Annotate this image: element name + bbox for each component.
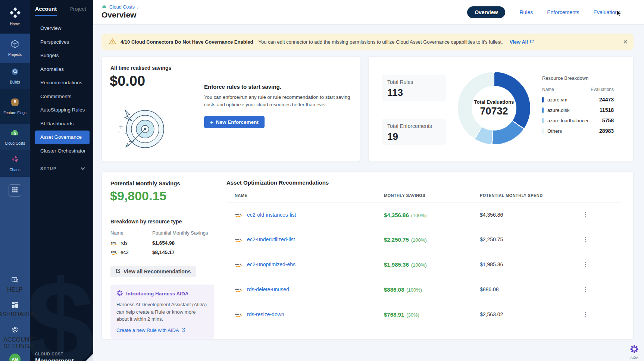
savings-label: All time realised savings bbox=[110, 65, 171, 71]
rail-item-projects[interactable]: Projects bbox=[0, 34, 30, 63]
sidebar-footer: CLOUD COST Management bbox=[35, 352, 74, 361]
breadcrumb: Cloud Costs › bbox=[101, 4, 138, 10]
module-browser-button[interactable] bbox=[9, 184, 21, 197]
sidebar-item-perspectives[interactable]: Perspectives bbox=[30, 35, 93, 49]
svg-text:aws: aws bbox=[235, 213, 241, 216]
rule-link[interactable]: rds-delete-unused bbox=[247, 286, 289, 292]
cta-body: You can enforce/run any rule or rule rec… bbox=[204, 94, 353, 109]
view-all-recommendations-button[interactable]: View all Recommendations bbox=[110, 266, 196, 277]
banner-message: You can edit connector to add the missin… bbox=[258, 39, 503, 45]
new-enforcement-button[interactable]: New Enforcement bbox=[204, 116, 265, 128]
total-rules-stat: Total Rules 113 bbox=[382, 75, 446, 101]
tab-evaluations[interactable]: Evaluations bbox=[594, 9, 620, 15]
rule-link[interactable]: ec2-underutilized-list bbox=[247, 236, 295, 242]
tab-enforcements[interactable]: Enforcements bbox=[547, 9, 579, 15]
page-content: 4/10 Cloud Connectors Do Not Have Govern… bbox=[93, 25, 644, 361]
dollar-watermark: $ bbox=[30, 253, 93, 361]
rail-label: Chaos bbox=[10, 168, 21, 172]
rail-label: Cloud Costs bbox=[5, 141, 25, 146]
legend-header-value: Evaluations bbox=[591, 87, 614, 92]
legend-swatch bbox=[542, 118, 544, 123]
page-title: Overview bbox=[101, 10, 136, 19]
account-settings-button[interactable]: ACCOUNT SETTINGS bbox=[0, 326, 30, 350]
table-row: aws ec2-old-instances-list $4,356.86(100… bbox=[226, 202, 622, 227]
stat-label: Total Enforcements bbox=[387, 123, 441, 129]
aws-icon: aws bbox=[110, 241, 118, 246]
rail-item-feature-flags[interactable]: Feature Flags bbox=[0, 89, 30, 124]
svg-text:?: ? bbox=[13, 278, 15, 281]
tab-overview[interactable]: Overview bbox=[467, 6, 505, 18]
rule-link[interactable]: ec2-old-instances-list bbox=[247, 212, 296, 218]
main-area: Cloud Costs › Overview Overview Rules En… bbox=[93, 0, 644, 361]
banner-view-all-link[interactable]: View All bbox=[510, 39, 534, 45]
aida-fab-button[interactable]: AIDA bbox=[630, 345, 639, 360]
svg-text:aws: aws bbox=[235, 262, 241, 266]
rule-link[interactable]: rds-resize-down bbox=[247, 311, 284, 317]
tab-rules[interactable]: Rules bbox=[519, 9, 533, 15]
sidebar-item-bi-dashboards[interactable]: BI Dashboards bbox=[30, 117, 93, 131]
table-row: aws ec2-underutilized-list $2,250.75(100… bbox=[226, 227, 622, 252]
scope-tab-account[interactable]: Account bbox=[35, 6, 57, 16]
governance-warning-banner: 4/10 Cloud Connectors Do Not Have Govern… bbox=[101, 34, 634, 50]
sidebar-item-recommendations[interactable]: Recommendations bbox=[30, 76, 93, 90]
external-link-icon bbox=[530, 39, 534, 45]
view-all-recommendations-label: View all Recommendations bbox=[124, 269, 191, 274]
donut-center-value: 70732 bbox=[480, 106, 508, 117]
rule-link[interactable]: ec2-unoptimized-ebs bbox=[247, 261, 296, 267]
grid-icon bbox=[12, 187, 18, 194]
dashboards-button[interactable]: DASHBOARDS bbox=[0, 301, 30, 318]
feature-flags-icon bbox=[10, 97, 20, 109]
rail-item-cloud-costs[interactable]: $ Cloud Costs bbox=[0, 124, 30, 150]
rail-label: DASHBOARDS bbox=[0, 311, 36, 318]
sidebar-item-budgets[interactable]: Budgets bbox=[30, 49, 93, 63]
sidebar-collapse-handle[interactable] bbox=[86, 354, 93, 361]
aws-icon: aws bbox=[235, 312, 243, 317]
kebab-menu-icon[interactable] bbox=[581, 260, 590, 269]
footer-module-name: Management bbox=[35, 357, 74, 361]
sidebar-item-asset-governance[interactable]: Asset Governance bbox=[35, 131, 90, 144]
aida-create-rule-link[interactable]: Create a new Rule with AIDA bbox=[116, 327, 185, 333]
legend-swatch bbox=[542, 128, 544, 134]
banner-title: 4/10 Cloud Connectors Do Not Have Govern… bbox=[121, 39, 253, 45]
cta-title: Enforce rules to start saving. bbox=[204, 84, 353, 90]
rail-bottom-section: ? HELP DASHBOARDS ACCOUNT SETTINGS AM bbox=[0, 177, 30, 361]
rail-item-home[interactable]: Home bbox=[0, 0, 30, 34]
aida-fab-label: AIDA bbox=[630, 356, 638, 360]
rail-item-chaos[interactable]: Chaos bbox=[0, 150, 30, 177]
external-link-icon bbox=[181, 327, 185, 333]
close-icon[interactable]: × bbox=[623, 38, 628, 45]
sidebar-item-autostopping-rules[interactable]: AutoStopping Rules bbox=[30, 103, 93, 117]
kebab-menu-icon[interactable] bbox=[581, 210, 590, 219]
chevron-down-icon bbox=[81, 166, 85, 170]
rail-label: ACCOUNT SETTINGS bbox=[3, 336, 26, 350]
table-row: aws rds-resize-down $768.91(30%) $2,563.… bbox=[226, 302, 622, 327]
dashboards-icon bbox=[12, 301, 18, 310]
builds-icon bbox=[10, 67, 20, 78]
cloud-costs-icon: $ bbox=[10, 128, 20, 139]
sidebar-item-anomalies[interactable]: Anomalies bbox=[30, 63, 93, 76]
sidebar-item-overview[interactable]: Overview bbox=[30, 22, 93, 35]
rail-item-builds[interactable]: Builds bbox=[0, 63, 30, 89]
kebab-menu-icon[interactable] bbox=[581, 235, 590, 244]
rail-label: Home bbox=[10, 22, 20, 26]
user-avatar[interactable]: AM bbox=[9, 354, 21, 361]
sidebar-item-cluster-orchestrator[interactable]: Cluster Orchestrator bbox=[30, 144, 93, 158]
sidebar-setup-toggle[interactable]: SETUP bbox=[30, 166, 93, 171]
scope-tab-project[interactable]: Project bbox=[69, 6, 86, 16]
legend-swatch bbox=[542, 107, 544, 113]
rail-label: Feature Flags bbox=[3, 111, 26, 115]
aws-icon: aws bbox=[235, 237, 243, 242]
kebab-menu-icon[interactable] bbox=[581, 285, 590, 294]
legend-swatch bbox=[542, 97, 544, 103]
view-all-label: View All bbox=[510, 39, 528, 45]
kebab-menu-icon[interactable] bbox=[581, 310, 590, 319]
sidebar-item-commitments[interactable]: Commitments bbox=[30, 90, 93, 104]
cloud-costs-breadcrumb-icon bbox=[101, 4, 107, 10]
breadcrumb-link-cloud-costs[interactable]: Cloud Costs bbox=[109, 4, 135, 10]
recommendations-card: Potential Monthly Savings $9,800.15 Brea… bbox=[101, 172, 634, 339]
legend-row: Others 28983 bbox=[542, 128, 614, 134]
aida-body: Harness AI Development Assistant (AIDA) … bbox=[116, 301, 208, 323]
help-button[interactable]: ? HELP bbox=[0, 277, 30, 293]
aida-flower-icon bbox=[116, 290, 123, 298]
breakdown-row-rds: aws rds $1,654.98 bbox=[110, 240, 219, 246]
